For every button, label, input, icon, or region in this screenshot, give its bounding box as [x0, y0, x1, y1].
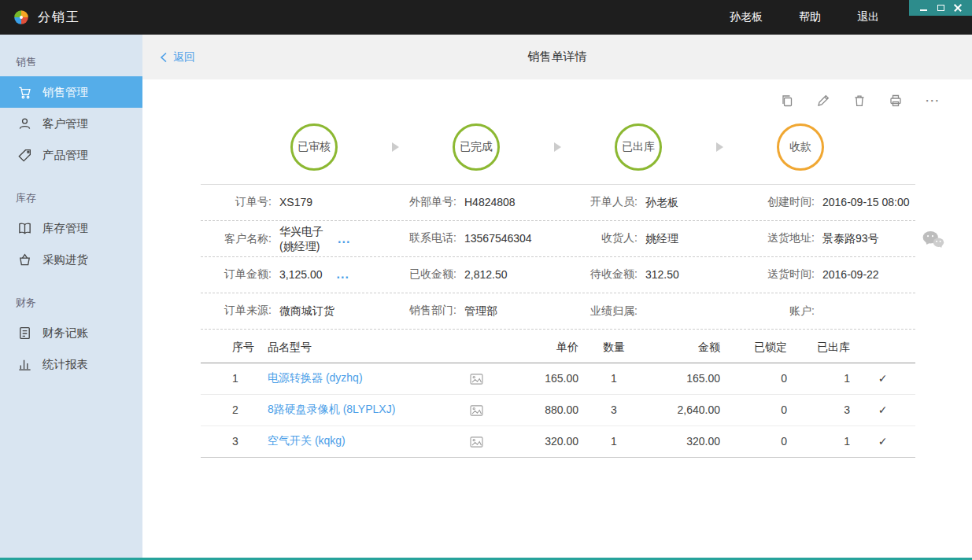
wechat-icon[interactable] [922, 230, 945, 253]
field-label: 创建时间: [744, 195, 815, 209]
col-header-price: 单价 [500, 333, 578, 363]
table-row: 1 电源转换器 (dyzhq) 165.00 1 165.00 0 1 ✓ [201, 363, 915, 394]
field-label: 开单人员: [567, 195, 638, 209]
detail-row: 订单金额:3,125.00... 已收金额:2,812.50 待收金额:312.… [201, 257, 915, 293]
page-title: 销售单详情 [528, 50, 587, 64]
app-title: 分销王 [38, 9, 80, 26]
detail-row: 客户名称:华兴电子 (姚经理)... 联系电话:13567546304 收货人:… [201, 221, 915, 257]
topbar-user[interactable]: 孙老板 [730, 10, 763, 24]
field-label: 收货人: [567, 231, 638, 245]
shipped-check-icon: ✓ [850, 394, 915, 426]
app-logo-icon [13, 9, 30, 26]
amount-more-link[interactable]: ... [337, 267, 349, 282]
bar-chart-icon [17, 357, 32, 372]
field-label: 账户: [744, 304, 815, 319]
back-button[interactable]: 返回 [160, 50, 195, 64]
row-price: 165.00 [500, 363, 578, 394]
print-button[interactable] [889, 94, 903, 108]
product-link[interactable]: 电源转换器 (dyzhq) [268, 371, 363, 384]
topbar: 分销王 孙老板 帮助 退出 [0, 0, 972, 35]
order-source-value: 微商城订货 [279, 304, 334, 319]
step-completed: 已完成 [453, 123, 500, 171]
close-button[interactable] [953, 2, 963, 13]
sidebar-section-finance: 财务 [16, 296, 142, 310]
field-label: 送货时间: [744, 267, 815, 282]
sidebar-item-label: 统计报表 [43, 357, 88, 372]
page-header: 返回 销售单详情 [142, 35, 972, 79]
delivery-address-value: 景泰路93号 [822, 231, 879, 246]
close-icon [954, 4, 962, 12]
sidebar-item-inventory-management[interactable]: 库存管理 [0, 212, 142, 244]
sidebar-item-purchasing[interactable]: 采购进货 [0, 244, 142, 275]
step-arrow-icon [662, 142, 777, 152]
field-label: 订单号: [201, 195, 272, 209]
sidebar-item-customer-management[interactable]: 客户管理 [0, 108, 142, 139]
edit-button[interactable] [816, 94, 830, 108]
topbar-help[interactable]: 帮助 [799, 10, 821, 24]
cart-icon [17, 85, 32, 100]
toolbar: ⋯ [142, 79, 972, 122]
sales-department-value: 管理部 [464, 304, 497, 319]
sidebar-item-label: 产品管理 [43, 148, 88, 163]
sidebar-item-label: 销售管理 [43, 85, 88, 100]
basket-icon [17, 252, 32, 267]
product-link[interactable]: 8路硬盘录像机 (8LYPLXJ) [268, 403, 395, 415]
field-label: 送货地址: [744, 231, 815, 245]
product-image-icon[interactable] [470, 437, 483, 448]
maximize-icon [937, 5, 944, 11]
sidebar-section-inventory: 库存 [16, 191, 142, 205]
field-label: 客户名称: [201, 232, 272, 246]
product-image-icon[interactable] [470, 374, 483, 385]
customer-name-value: 华兴电子 (姚经理) [279, 224, 323, 254]
step-arrow-icon [338, 142, 453, 152]
main-content: 返回 销售单详情 ⋯ 已审核 已完成 已出库 收款 订单号:XS179 [142, 35, 972, 558]
sidebar-item-label: 财务记账 [43, 326, 88, 341]
chevron-left-icon [160, 52, 168, 63]
row-shipped: 3 [787, 394, 850, 426]
person-icon [17, 116, 32, 131]
col-header-locked: 已锁定 [720, 333, 787, 363]
field-label: 待收金额: [567, 267, 638, 282]
sidebar-item-sales-management[interactable]: 销售管理 [0, 76, 142, 108]
row-locked: 0 [720, 426, 787, 457]
customer-more-link[interactable]: ... [338, 232, 350, 246]
pending-amount-value: 312.50 [645, 267, 679, 282]
product-image-icon[interactable] [470, 405, 483, 416]
sidebar-item-bookkeeping[interactable]: 财务记账 [0, 317, 142, 348]
copy-button[interactable] [780, 94, 794, 108]
order-detail-panel: 订单号:XS179 外部单号:H4824808 开单人员:孙老板 创建时间:20… [201, 184, 915, 458]
minimize-icon [920, 9, 927, 11]
field-label: 外部单号: [386, 195, 456, 209]
sidebar-section-sales: 销售 [16, 55, 142, 69]
step-shipped: 已出库 [615, 123, 662, 171]
field-label: 销售部门: [386, 304, 456, 318]
order-status-steps: 已审核 已完成 已出库 收款 [142, 123, 972, 171]
sidebar-item-reports[interactable]: 统计报表 [0, 348, 142, 380]
printer-icon [889, 94, 903, 108]
ledger-icon [17, 326, 32, 341]
consignee-value: 姚经理 [645, 231, 678, 246]
row-price: 320.00 [500, 426, 578, 457]
delete-button[interactable] [852, 94, 867, 108]
pencil-icon [816, 94, 830, 108]
maximize-button[interactable] [936, 2, 945, 13]
minimize-button[interactable] [918, 2, 928, 13]
sidebar: 销售 销售管理 客户管理 产品管理 库存 库存管理 采购进货 财务 [0, 35, 142, 558]
sidebar-item-product-management[interactable]: 产品管理 [0, 139, 142, 171]
step-payment: 收款 [777, 123, 824, 171]
order-amount-value: 3,125.00 [279, 267, 323, 282]
product-link[interactable]: 空气开关 (kqkg) [268, 434, 346, 447]
book-icon [17, 221, 32, 236]
col-header-amount: 金额 [649, 333, 720, 363]
row-no: 2 [201, 394, 256, 426]
field-label: 已收金额: [386, 267, 456, 282]
back-label: 返回 [173, 50, 195, 64]
trash-icon [852, 94, 867, 108]
row-shipped: 1 [787, 363, 850, 394]
row-qty: 3 [578, 394, 649, 426]
topbar-logout[interactable]: 退出 [857, 10, 879, 24]
row-amount: 165.00 [649, 363, 720, 394]
more-actions-button[interactable]: ⋯ [925, 97, 941, 105]
detail-row: 订单号:XS179 外部单号:H4824808 开单人员:孙老板 创建时间:20… [201, 185, 915, 221]
row-locked: 0 [720, 363, 787, 394]
